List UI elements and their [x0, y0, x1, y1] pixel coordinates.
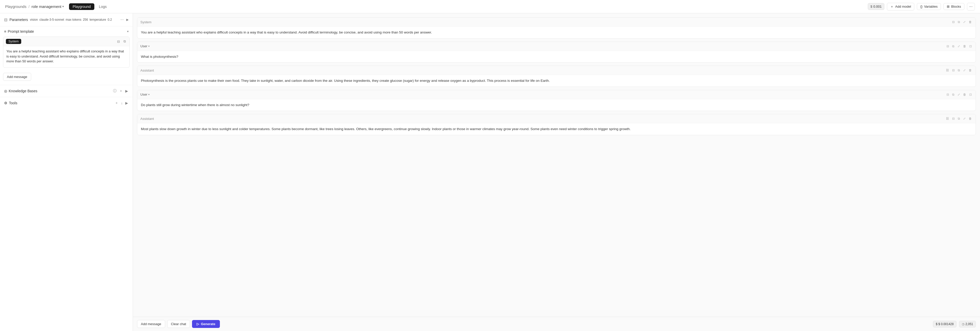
- plus-icon: ＋: [890, 4, 894, 9]
- knowledge-bases-header[interactable]: ◎ Knowledge Bases ⓘ ＋ ▶: [0, 85, 133, 97]
- right-panel: System ⊟ ⧉ ⤢ 🗑 You are a helpful teachin…: [133, 13, 980, 331]
- user-message-1-label: User ▾: [140, 44, 150, 48]
- asst-1-attach-icon[interactable]: ⛓: [945, 68, 950, 73]
- system-msg-expand-icon[interactable]: ⤢: [963, 20, 966, 24]
- add-message-button[interactable]: Add message: [3, 73, 31, 81]
- asst-1-delete-icon[interactable]: 🗑: [968, 68, 973, 73]
- system-message-content: You are a helpful teaching assistant who…: [137, 27, 976, 38]
- vision-label: vision: [30, 18, 38, 21]
- asst-1-minimize-icon[interactable]: ⊟: [951, 68, 955, 73]
- user-1-copy-icon[interactable]: ⧉: [951, 44, 955, 49]
- user-2-more-icon[interactable]: ⊡: [969, 92, 973, 97]
- asst-2-copy-icon[interactable]: ⧉: [957, 116, 961, 121]
- knowledge-bases-icon: ◎: [4, 89, 7, 93]
- breadcrumb-playgrounds[interactable]: Playgrounds: [5, 4, 26, 9]
- assistant-message-1-label: Assistant: [140, 68, 154, 72]
- parameters-title: Parameters: [10, 18, 28, 22]
- assistant-message-2-header: Assistant ⛓ ⊟ ⧉ ⤢ 🗑: [137, 114, 976, 123]
- user-message-2-label: User ▾: [140, 92, 150, 96]
- user-1-minimize-icon[interactable]: ⊟: [946, 44, 950, 49]
- user-1-chevron-icon: ▾: [148, 45, 150, 48]
- asst-1-copy-icon[interactable]: ⧉: [957, 68, 961, 73]
- tools-header[interactable]: ⚙ Tools ＋ ↓ ▶: [0, 97, 133, 109]
- user-message-2-block: User ▾ ⊟ ⧉ ⤢ 🗑 ⊡ Do plants still grow du…: [137, 90, 976, 111]
- tab-logs[interactable]: Logs: [95, 3, 110, 10]
- user-2-expand-icon[interactable]: ⤢: [957, 92, 961, 97]
- knowledge-bases-info-icon[interactable]: ⓘ: [113, 88, 117, 94]
- clear-chat-button[interactable]: Clear chat: [167, 320, 190, 328]
- user-message-2-content: Do plants still grow during wintertime w…: [137, 99, 976, 111]
- user-message-1-content: What is photosynthesis?: [137, 51, 976, 63]
- assistant-message-2-content: Most plants slow down growth in winter d…: [137, 123, 976, 135]
- asst-2-delete-icon[interactable]: 🗑: [968, 116, 973, 121]
- bottom-bar-right: $ $ 0.001428 ◷ 2,051: [933, 321, 976, 328]
- tools-expand-icon[interactable]: ▶: [125, 100, 129, 105]
- tools-add-icon[interactable]: ＋: [114, 100, 119, 106]
- knowledge-bases-actions: ⓘ ＋ ▶: [113, 88, 129, 94]
- cost-badge: $ 0.001: [868, 3, 885, 10]
- breadcrumb-separator: /: [29, 5, 29, 9]
- nav-right: $ 0.001 ＋ Add model {} Variables ⊞ Block…: [868, 3, 975, 11]
- asst-2-attach-icon[interactable]: ⛓: [945, 116, 950, 121]
- variables-button[interactable]: {} Variables: [917, 3, 941, 10]
- system-message-label: System: [140, 20, 151, 24]
- more-options-button[interactable]: ···: [967, 3, 975, 11]
- user-2-delete-icon[interactable]: 🗑: [963, 92, 967, 97]
- asst-2-minimize-icon[interactable]: ⊟: [951, 116, 955, 121]
- max-tokens-label: max tokens: [66, 18, 81, 21]
- tools-upload-icon[interactable]: ↓: [121, 100, 123, 105]
- system-msg-delete-icon[interactable]: 🗑: [968, 20, 973, 24]
- bottom-add-message-button[interactable]: Add message: [137, 320, 165, 328]
- prompt-template-header[interactable]: ≡ Prompt template ▾: [0, 26, 133, 37]
- tools-actions: ＋ ↓ ▶: [114, 100, 129, 106]
- parameters-more-icon[interactable]: ···: [119, 17, 125, 22]
- blocks-button[interactable]: ⊞ Blocks: [943, 3, 964, 10]
- generate-button[interactable]: ▷ Generate: [192, 320, 220, 328]
- parameters-expand-icon[interactable]: ▶: [126, 18, 129, 21]
- asst-1-expand-icon[interactable]: ⤢: [963, 68, 966, 73]
- breadcrumb-current[interactable]: role management ▾: [32, 4, 64, 9]
- parameters-section[interactable]: ⊟ Parameters vision claude-3-5-sonnet ma…: [0, 13, 133, 26]
- prompt-template-chevron-icon[interactable]: ▾: [127, 30, 129, 33]
- system-message-actions: ⊟ ⧉ ⤢ 🗑: [951, 20, 973, 24]
- user-message-1-block: User ▾ ⊟ ⧉ ⤢ 🗑 ⊡ What is photosynthesis?: [137, 42, 976, 63]
- tools-section: ⚙ Tools ＋ ↓ ▶: [0, 97, 133, 109]
- assistant-message-2-label: Assistant: [140, 117, 154, 121]
- clock-icon: ◷: [962, 322, 964, 326]
- bottom-bar-left: Add message Clear chat ▷ Generate: [137, 320, 220, 328]
- assistant-message-1-header: Assistant ⛓ ⊟ ⧉ ⤢ 🗑: [137, 66, 976, 75]
- system-copy-icon[interactable]: ⧉: [123, 39, 127, 44]
- system-block-actions: ⊟ ⧉: [116, 39, 127, 44]
- system-msg-copy-icon[interactable]: ⧉: [957, 20, 961, 24]
- tab-playground[interactable]: Playground: [69, 3, 94, 10]
- knowledge-bases-section: ◎ Knowledge Bases ⓘ ＋ ▶: [0, 85, 133, 97]
- user-message-2-header: User ▾ ⊟ ⧉ ⤢ 🗑 ⊡: [137, 90, 976, 99]
- nav-left: Playgrounds / role management ▾ Playgrou…: [5, 3, 110, 10]
- breadcrumb-chevron-icon: ▾: [62, 5, 64, 8]
- user-1-more-icon[interactable]: ⊡: [969, 44, 973, 49]
- system-tab[interactable]: System: [6, 39, 21, 44]
- system-textarea[interactable]: You are a helpful teaching assistant who…: [3, 46, 129, 67]
- main-layout: ⊟ Parameters vision claude-3-5-sonnet ma…: [0, 13, 980, 331]
- left-panel: ⊟ Parameters vision claude-3-5-sonnet ma…: [0, 13, 133, 331]
- user-2-copy-icon[interactable]: ⧉: [951, 92, 955, 97]
- knowledge-bases-add-icon[interactable]: ＋: [119, 88, 123, 94]
- user-2-minimize-icon[interactable]: ⊟: [946, 92, 950, 97]
- asst-2-expand-icon[interactable]: ⤢: [963, 116, 966, 121]
- user-1-delete-icon[interactable]: 🗑: [963, 44, 967, 49]
- bottom-cost-badge: $ $ 0.001428: [933, 321, 956, 328]
- add-model-button[interactable]: ＋ Add model: [887, 3, 914, 11]
- temperature-value: 0.2: [108, 18, 112, 21]
- knowledge-bases-title: Knowledge Bases: [9, 89, 37, 93]
- model-label: claude-3-5-sonnet: [39, 18, 64, 21]
- top-nav: Playgrounds / role management ▾ Playgrou…: [0, 0, 980, 13]
- bottom-tokens-badge: ◷ 2,051: [959, 321, 976, 328]
- user-1-expand-icon[interactable]: ⤢: [957, 44, 961, 49]
- blocks-icon: ⊞: [947, 5, 950, 8]
- knowledge-bases-expand-icon[interactable]: ▶: [125, 88, 129, 94]
- tokens-value: 2,051: [966, 322, 973, 326]
- system-msg-minimize-icon[interactable]: ⊟: [951, 20, 955, 24]
- variables-icon: {}: [920, 5, 923, 8]
- system-minimize-icon[interactable]: ⊟: [116, 39, 121, 44]
- bottom-bar: Add message Clear chat ▷ Generate $ $ 0.…: [133, 317, 980, 331]
